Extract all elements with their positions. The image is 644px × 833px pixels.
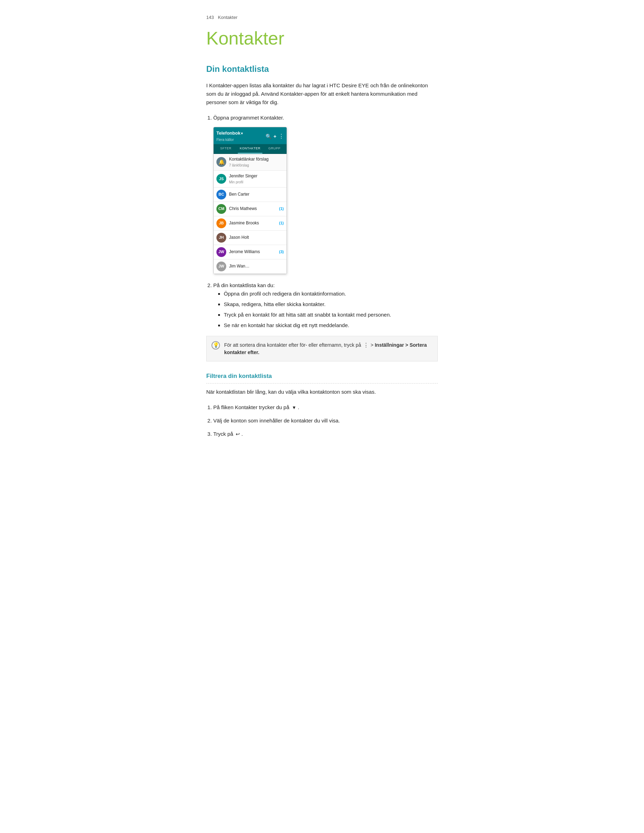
avatar-jim: JW [216,262,226,271]
contact-info-suggestions: Kontaktlänkar förslag 7 länkförslag [229,156,284,168]
section1-title: Din kontaktlista [206,63,438,76]
avatar-suggestions: 🔔 [216,157,226,167]
contact-row-jim[interactable]: JW Jim Wan… [214,259,287,274]
bullet-4: Se när en kontakt har skickat dig ett ny… [224,321,438,330]
phone-tabs: SFTER KONTAKTER GRUPP [214,144,287,154]
contact-name-jim: Jim Wan… [229,263,284,270]
section1-intro: I Kontakter-appen listas alla kontakter … [206,81,438,106]
avatar-jerome: JW [216,247,226,257]
filter-step-1-period: . [298,404,299,410]
avatar-jasmine: JB [216,219,226,228]
phone-mockup: Telefonbok ▾ Flera källor 🔍 + ⋮ SFTER KO… [213,127,287,274]
contact-name-jason: Jason Holt [229,234,284,241]
contact-name-suggestions: Kontaktlänkar förslag [229,156,284,163]
contact-row-ben[interactable]: BC Ben Carter [214,188,287,202]
tab-grupp[interactable]: GRUPP [262,144,287,153]
tip-icon: 💡 [211,341,220,349]
contact-name-jasmine: Jasmine Brooks [229,220,279,227]
step-2: På din kontaktlista kan du: Öppna din pr… [213,281,438,330]
contact-info-jennifer: Jennifer Singer Min profil [229,173,284,185]
filter-step-1-text: På fliken Kontakter trycker du på [213,404,289,410]
contact-info-jason: Jason Holt [229,234,284,241]
step-2-text: På din kontaktlista kan du: [213,282,275,288]
contact-row-chris[interactable]: CM Chris Mathews (1) [214,202,287,216]
search-icon[interactable]: 🔍 [266,132,272,140]
contact-name-chris: Chris Mathews [229,206,279,212]
back-arrow-icon: ↩ [236,431,240,437]
section2-intro: När kontaktlistan blir lång, kan du välj… [206,388,438,396]
steps-list-1: Öppna programmet Kontakter. Telefonbok ▾… [213,114,438,330]
phone-header: Telefonbok ▾ Flera källor 🔍 + ⋮ [214,127,287,144]
phone-subtitle: Flera källor [216,137,243,143]
contact-row-jennifer[interactable]: JS Jennifer Singer Min profil [214,171,287,188]
bullet-2: Skapa, redigera, hitta eller skicka kont… [224,300,438,309]
contact-row-jason[interactable]: JH Jason Holt [214,231,287,245]
badge-jerome: (3) [279,249,284,255]
contact-row-suggestions[interactable]: 🔔 Kontaktlänkar förslag 7 länkförslag [214,154,287,171]
tab-kontakter[interactable]: KONTAKTER [238,144,262,153]
more-icon[interactable]: ⋮ [279,132,284,141]
contact-info-ben: Ben Carter [229,191,284,198]
contact-row-jasmine[interactable]: JB Jasmine Brooks (1) [214,216,287,231]
page-number: 143 [206,15,214,20]
contact-info-jim: Jim Wan… [229,263,284,270]
section2-title: Filtrera din kontaktlista [206,371,438,383]
filter-step-3: Tryck på ↩ . [213,430,438,438]
filter-step-3-text: Tryck på [213,431,233,437]
page-container: 143 Kontakter Kontakter Din kontaktlista… [185,0,459,465]
phone-title-text: Telefonbok [216,130,240,137]
filter-step-3-period: . [242,431,243,437]
step-1: Öppna programmet Kontakter. Telefonbok ▾… [213,114,438,274]
contact-name-jennifer: Jennifer Singer [229,173,284,180]
avatar-chris: CM [216,204,226,214]
dropdown-icon: ▾ [241,131,243,137]
contact-info-jerome: Jerome Williams [229,249,279,255]
contact-info-chris: Chris Mathews [229,206,279,212]
tab-sfter[interactable]: SFTER [214,144,238,153]
filter-step-2-text: Välj de konton som innehåller de kontakt… [213,418,340,423]
section-label: Kontakter [218,15,237,20]
contact-name-ben: Ben Carter [229,191,284,198]
bullet-1: Öppna din profil och redigera din kontak… [224,289,438,298]
filter-step-1: På fliken Kontakter trycker du på ▼ . [213,403,438,412]
avatar-ben: BC [216,190,226,199]
phone-header-icons: 🔍 + ⋮ [266,132,284,141]
badge-jasmine: (1) [279,220,284,227]
filter-step-2: Välj de konton som innehåller de kontakt… [213,416,438,425]
contact-name-jerome: Jerome Williams [229,249,279,255]
step-1-text: Öppna programmet Kontakter. [213,115,284,121]
dropdown-arrow-icon: ▼ [292,405,296,410]
phone-title: Telefonbok ▾ [216,130,243,137]
step2-bullets: Öppna din profil och redigera din kontak… [224,289,438,330]
page-meta: 143 Kontakter [206,14,438,21]
bullet-3: Tryck på en kontakt för att hitta sätt a… [224,310,438,319]
chapter-title: Kontakter [206,28,438,48]
add-icon[interactable]: + [274,132,276,140]
contact-row-jerome[interactable]: JW Jerome Williams (3) [214,245,287,259]
avatar-jennifer: JS [216,174,226,184]
tip-box: 💡 För att sortera dina kontakter efter f… [206,336,438,362]
avatar-jason: JH [216,233,226,243]
steps-list-2: På fliken Kontakter trycker du på ▼ . Vä… [213,403,438,438]
contact-sub-suggestions: 7 länkförslag [229,163,284,168]
phone-header-left: Telefonbok ▾ Flera källor [216,130,243,143]
tip-text-before: För att sortera dina kontakter efter för… [224,342,361,348]
section2: Filtrera din kontaktlista När kontaktlis… [206,371,438,438]
contact-info-jasmine: Jasmine Brooks [229,220,279,227]
tip-dots-icon: ⋮ [363,342,369,348]
badge-chris: (1) [279,206,284,212]
contact-sub-jennifer: Min profil [229,180,284,185]
